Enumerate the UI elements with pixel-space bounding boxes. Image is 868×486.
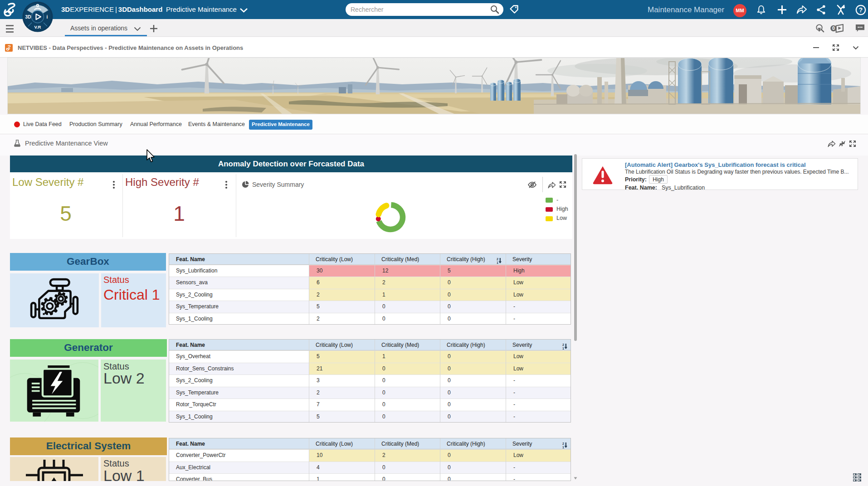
svg-text:0: 0: [832, 25, 835, 31]
svg-text:2: 2: [562, 343, 564, 346]
svg-text:V.R: V.R: [34, 24, 41, 29]
svg-text:3D: 3D: [25, 15, 31, 19]
svg-text:i: i: [47, 15, 48, 19]
svg-text:?: ?: [859, 6, 863, 14]
svg-text:1: 1: [562, 446, 564, 449]
svg-text:2: 2: [562, 442, 564, 445]
svg-text:1: 1: [497, 261, 498, 264]
svg-text:2: 2: [497, 258, 498, 261]
svg-text:1: 1: [562, 347, 564, 350]
